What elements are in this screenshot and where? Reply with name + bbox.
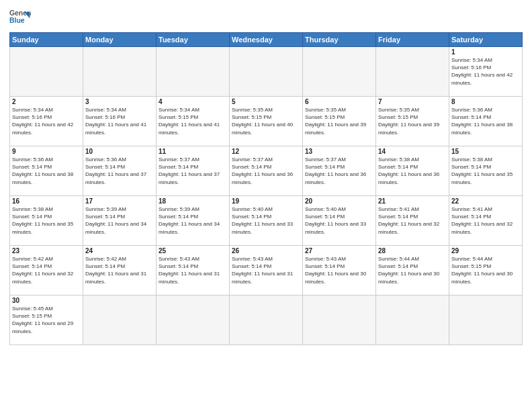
header: General Blue	[9, 7, 523, 28]
day-info: Sunrise: 5:36 AMSunset: 5:14 PMDaylight:…	[451, 106, 520, 136]
day-info: Sunrise: 5:45 AMSunset: 5:15 PMDaylight:…	[12, 305, 81, 335]
day-number: 3	[85, 98, 154, 105]
calendar-cell-3: 3Sunrise: 5:34 AMSunset: 5:16 PMDaylight…	[83, 97, 157, 146]
day-number: 24	[85, 247, 154, 255]
day-number: 21	[378, 197, 447, 205]
day-info: Sunrise: 5:37 AMSunset: 5:14 PMDaylight:…	[305, 156, 373, 186]
svg-text:Blue: Blue	[9, 17, 25, 24]
calendar-row-5: 23Sunrise: 5:42 AMSunset: 5:14 PMDayligh…	[10, 246, 523, 295]
day-info: Sunrise: 5:43 AMSunset: 5:14 PMDaylight:…	[159, 255, 227, 285]
day-number: 2	[12, 98, 81, 105]
calendar-cell-13: 13Sunrise: 5:37 AMSunset: 5:14 PMDayligh…	[303, 146, 376, 196]
calendar-cell-empty-5-4	[303, 295, 376, 345]
day-number: 13	[305, 148, 373, 155]
calendar-cell-12: 12Sunrise: 5:37 AMSunset: 5:14 PMDayligh…	[230, 146, 303, 196]
day-number: 4	[159, 98, 227, 105]
day-info: Sunrise: 5:38 AMSunset: 5:14 PMDaylight:…	[12, 205, 81, 236]
day-number: 20	[305, 197, 373, 205]
calendar-cell-17: 17Sunrise: 5:39 AMSunset: 5:14 PMDayligh…	[83, 196, 157, 246]
weekday-header-sunday: Sunday	[10, 33, 83, 47]
calendar-cell-24: 24Sunrise: 5:42 AMSunset: 5:14 PMDayligh…	[83, 246, 157, 295]
day-number: 27	[305, 247, 373, 255]
calendar-cell-4: 4Sunrise: 5:34 AMSunset: 5:15 PMDaylight…	[157, 97, 230, 146]
calendar-cell-10: 10Sunrise: 5:36 AMSunset: 5:14 PMDayligh…	[83, 146, 157, 196]
calendar-cell-1: 1Sunrise: 5:34 AMSunset: 5:16 PMDaylight…	[449, 47, 523, 97]
day-info: Sunrise: 5:36 AMSunset: 5:14 PMDaylight:…	[85, 156, 154, 186]
calendar-cell-28: 28Sunrise: 5:44 AMSunset: 5:14 PMDayligh…	[376, 246, 449, 295]
calendar-cell-2: 2Sunrise: 5:34 AMSunset: 5:16 PMDaylight…	[10, 97, 83, 146]
day-info: Sunrise: 5:39 AMSunset: 5:14 PMDaylight:…	[85, 205, 154, 236]
day-number: 16	[12, 197, 81, 205]
logo-icon: General Blue	[9, 7, 31, 28]
calendar-cell-30: 30Sunrise: 5:45 AMSunset: 5:15 PMDayligh…	[10, 295, 83, 345]
day-info: Sunrise: 5:38 AMSunset: 5:14 PMDaylight:…	[378, 156, 447, 186]
day-info: Sunrise: 5:37 AMSunset: 5:14 PMDaylight:…	[159, 156, 227, 186]
day-info: Sunrise: 5:43 AMSunset: 5:14 PMDaylight:…	[232, 255, 300, 285]
calendar-cell-6: 6Sunrise: 5:35 AMSunset: 5:15 PMDaylight…	[303, 97, 376, 146]
day-number: 26	[232, 247, 300, 255]
day-info: Sunrise: 5:40 AMSunset: 5:14 PMDaylight:…	[232, 205, 300, 236]
calendar-row-6: 30Sunrise: 5:45 AMSunset: 5:15 PMDayligh…	[10, 295, 523, 345]
day-number: 1	[451, 48, 520, 56]
day-info: Sunrise: 5:34 AMSunset: 5:15 PMDaylight:…	[159, 106, 227, 136]
calendar-cell-empty-0-0	[10, 47, 83, 97]
calendar-cell-9: 9Sunrise: 5:36 AMSunset: 5:14 PMDaylight…	[10, 146, 83, 196]
day-info: Sunrise: 5:40 AMSunset: 5:14 PMDaylight:…	[305, 205, 373, 236]
day-info: Sunrise: 5:44 AMSunset: 5:14 PMDaylight:…	[378, 255, 447, 285]
calendar-cell-26: 26Sunrise: 5:43 AMSunset: 5:14 PMDayligh…	[230, 246, 303, 295]
calendar-cell-empty-0-2	[157, 47, 230, 97]
day-number: 28	[378, 247, 447, 255]
day-number: 9	[12, 148, 81, 155]
day-info: Sunrise: 5:35 AMSunset: 5:15 PMDaylight:…	[305, 106, 373, 136]
calendar-cell-25: 25Sunrise: 5:43 AMSunset: 5:14 PMDayligh…	[157, 246, 230, 295]
day-number: 22	[451, 197, 520, 205]
day-info: Sunrise: 5:34 AMSunset: 5:16 PMDaylight:…	[85, 106, 154, 136]
day-number: 19	[232, 197, 300, 205]
weekday-header-wednesday: Wednesday	[230, 33, 303, 47]
day-number: 14	[378, 148, 447, 155]
day-number: 15	[451, 148, 520, 155]
day-number: 29	[451, 247, 520, 255]
calendar-row-1: 1Sunrise: 5:34 AMSunset: 5:16 PMDaylight…	[10, 47, 523, 97]
day-number: 12	[232, 148, 300, 155]
calendar: SundayMondayTuesdayWednesdayThursdayFrid…	[9, 32, 523, 345]
day-info: Sunrise: 5:35 AMSunset: 5:15 PMDaylight:…	[232, 106, 300, 136]
calendar-cell-11: 11Sunrise: 5:37 AMSunset: 5:14 PMDayligh…	[157, 146, 230, 196]
day-info: Sunrise: 5:35 AMSunset: 5:15 PMDaylight:…	[378, 106, 447, 136]
day-number: 25	[159, 247, 227, 255]
calendar-cell-27: 27Sunrise: 5:43 AMSunset: 5:14 PMDayligh…	[303, 246, 376, 295]
weekday-row: SundayMondayTuesdayWednesdayThursdayFrid…	[10, 33, 523, 47]
day-info: Sunrise: 5:39 AMSunset: 5:14 PMDaylight:…	[159, 205, 227, 236]
page: General Blue SundayMondayTuesdayWednesda…	[0, 0, 532, 411]
calendar-cell-7: 7Sunrise: 5:35 AMSunset: 5:15 PMDaylight…	[376, 97, 449, 146]
calendar-header: SundayMondayTuesdayWednesdayThursdayFrid…	[10, 33, 523, 47]
calendar-row-2: 2Sunrise: 5:34 AMSunset: 5:16 PMDaylight…	[10, 97, 523, 146]
day-number: 30	[12, 297, 81, 304]
calendar-cell-empty-0-3	[230, 47, 303, 97]
day-number: 8	[451, 98, 520, 105]
weekday-header-friday: Friday	[376, 33, 449, 47]
calendar-cell-22: 22Sunrise: 5:41 AMSunset: 5:14 PMDayligh…	[449, 196, 523, 246]
day-info: Sunrise: 5:44 AMSunset: 5:15 PMDaylight:…	[451, 255, 520, 285]
day-info: Sunrise: 5:42 AMSunset: 5:14 PMDaylight:…	[12, 255, 81, 285]
calendar-cell-5: 5Sunrise: 5:35 AMSunset: 5:15 PMDaylight…	[230, 97, 303, 146]
weekday-header-saturday: Saturday	[449, 33, 523, 47]
day-number: 7	[378, 98, 447, 105]
calendar-body: 1Sunrise: 5:34 AMSunset: 5:16 PMDaylight…	[10, 47, 523, 345]
calendar-cell-empty-0-5	[376, 47, 449, 97]
day-info: Sunrise: 5:34 AMSunset: 5:16 PMDaylight:…	[451, 56, 520, 87]
day-info: Sunrise: 5:34 AMSunset: 5:16 PMDaylight:…	[12, 106, 81, 136]
day-number: 18	[159, 197, 227, 205]
day-info: Sunrise: 5:41 AMSunset: 5:14 PMDaylight:…	[378, 205, 447, 236]
day-info: Sunrise: 5:38 AMSunset: 5:14 PMDaylight:…	[451, 156, 520, 186]
calendar-cell-21: 21Sunrise: 5:41 AMSunset: 5:14 PMDayligh…	[376, 196, 449, 246]
calendar-cell-empty-0-1	[83, 47, 157, 97]
weekday-header-monday: Monday	[83, 33, 157, 47]
day-number: 23	[12, 247, 81, 255]
day-number: 10	[85, 148, 154, 155]
calendar-cell-empty-0-4	[303, 47, 376, 97]
calendar-cell-14: 14Sunrise: 5:38 AMSunset: 5:14 PMDayligh…	[376, 146, 449, 196]
calendar-cell-empty-5-3	[230, 295, 303, 345]
calendar-cell-23: 23Sunrise: 5:42 AMSunset: 5:14 PMDayligh…	[10, 246, 83, 295]
weekday-header-thursday: Thursday	[303, 33, 376, 47]
